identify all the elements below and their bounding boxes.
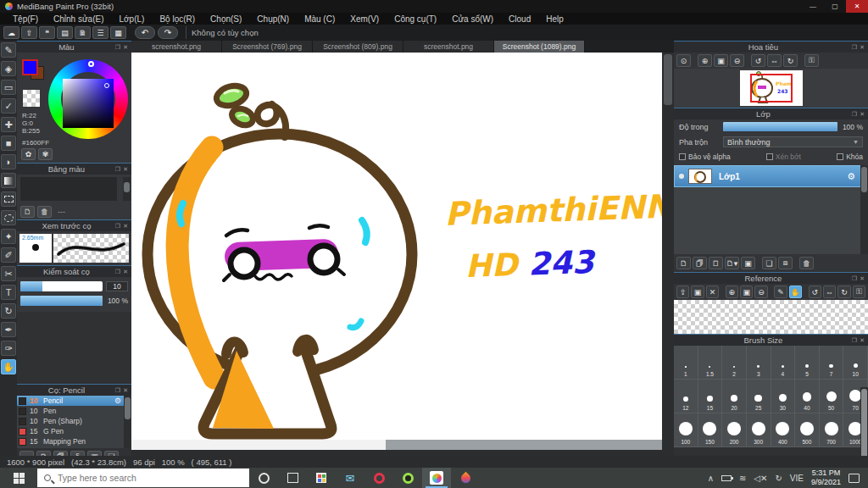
menu-item[interactable]: Tệp(F) [5, 14, 46, 24]
magic-wand-tool[interactable]: ✦ [1, 229, 16, 244]
rotate-left-icon[interactable]: ↺ [809, 286, 821, 298]
layer-visibility-icon[interactable] [679, 174, 684, 179]
lock-icon[interactable]: ⚿ [853, 286, 865, 298]
zoom-out-icon[interactable]: ⊖ [730, 54, 744, 67]
navigator-preview[interactable]: Pham 243 [674, 69, 868, 108]
menu-item[interactable]: Chọn(S) [203, 14, 249, 24]
paint-app-button[interactable] [451, 468, 480, 488]
blend-mode-dropdown[interactable]: Bình thường ▼ [723, 136, 863, 147]
hand-icon[interactable]: ✋ [789, 286, 802, 298]
popout-icon[interactable]: ❐ [115, 44, 120, 51]
eyedropper-tool[interactable]: ✑ [1, 341, 16, 356]
taskbar-search[interactable] [37, 469, 249, 487]
menu-item[interactable]: Chụp(N) [249, 14, 297, 24]
transparent-color-swatch[interactable] [23, 90, 40, 107]
menu-item[interactable]: Bộ lọc(R) [152, 14, 203, 24]
brush-size-cell[interactable]: 2 [722, 346, 747, 380]
flip-icon[interactable]: ⇔ [767, 54, 782, 67]
select-rect-tool[interactable] [1, 191, 16, 207]
palette-mode-button[interactable]: ✿ [21, 148, 36, 160]
clear-image-icon[interactable]: ✕ [706, 286, 719, 298]
wifi-icon[interactable]: ≋ [739, 474, 746, 483]
lock-checkbox[interactable]: Khóa [837, 152, 863, 161]
brush-size-cell[interactable]: 12 [674, 380, 698, 413]
brush-size-cell[interactable]: 15 [698, 380, 723, 413]
add-1bit-layer-button[interactable]: 🗌 [709, 257, 723, 269]
close-button[interactable]: ✕ [846, 0, 868, 13]
zoom-tool-icon[interactable]: ⊙ [676, 54, 691, 67]
brush-size-cell[interactable]: 50 [820, 380, 844, 413]
brush-row[interactable]: 10Pen (Sharp) [17, 416, 131, 426]
brush-size-cell[interactable]: 1.5 [698, 346, 723, 380]
redo-button[interactable]: ↷ [158, 26, 178, 39]
upload-image-icon[interactable]: ⇪ [676, 286, 689, 298]
document-tab[interactable]: screenshot.png [131, 41, 222, 53]
document-tab[interactable]: Screenshot (1089).png [494, 41, 585, 53]
add-swatch-button[interactable]: 🗋 [20, 206, 35, 218]
zoom-in-icon[interactable]: ⊕ [698, 54, 712, 67]
rectangle-tool[interactable]: ▭ [1, 80, 16, 95]
brush-size-cell[interactable]: 150 [698, 413, 723, 447]
rotate-right-icon[interactable]: ↻ [783, 54, 798, 67]
brush-size-value[interactable]: 10 [106, 281, 128, 291]
protect-alpha-checkbox[interactable]: Bảo vệ alpha [679, 152, 731, 161]
comment-bubble-icon[interactable]: ❝ [39, 26, 55, 39]
menu-item[interactable]: Xem(V) [342, 14, 387, 24]
minimize-button[interactable]: — [802, 0, 824, 13]
layer-opacity-slider[interactable] [723, 122, 837, 131]
add-8bit-layer-button[interactable]: 🗍 [693, 257, 707, 269]
document-tab[interactable]: screenshot.png [403, 41, 494, 53]
search-input[interactable] [58, 473, 227, 483]
shape-fill-tool[interactable]: ■ [1, 136, 16, 151]
popout-icon[interactable]: ❐ [115, 387, 120, 394]
delete-layer-button[interactable]: 🗑 [799, 257, 814, 269]
palette-swatches-area[interactable] [20, 177, 117, 201]
duplicate-layer-button[interactable]: ❏ [762, 257, 776, 269]
move-tool[interactable]: ✚ [1, 117, 16, 132]
rotate-left-icon[interactable]: ↺ [751, 54, 765, 67]
clock[interactable]: 5:31 PM 9/9/2021 [811, 469, 841, 487]
palette-scrollbar[interactable] [123, 177, 131, 201]
medibang-button[interactable] [422, 468, 451, 488]
lock-icon[interactable]: ⚿ [804, 54, 819, 67]
update-icon[interactable]: ↻ [775, 474, 782, 483]
canvas-vertical-scrollbar[interactable] [662, 53, 674, 456]
undo-button[interactable]: ↶ [135, 26, 155, 39]
open-folder-icon[interactable]: ▣ [691, 286, 704, 298]
document-tab[interactable]: Screenshot (809).png [313, 41, 403, 53]
layer-settings-gear-icon[interactable]: ⚙ [847, 171, 855, 182]
brush-size-cell[interactable]: 200 [722, 413, 747, 447]
select-eraser-tool[interactable]: ✂ [1, 266, 16, 281]
hue-marker-icon[interactable] [88, 61, 94, 67]
cloud-icon[interactable]: ☁ [3, 26, 19, 39]
mail-button[interactable]: ✉ [336, 468, 364, 488]
brush-size-cell[interactable]: 100 [674, 413, 698, 447]
brush-size-slider[interactable] [20, 281, 103, 291]
language-indicator[interactable]: VIE [790, 474, 804, 483]
document-tab[interactable]: Screenshot (769).png [222, 41, 313, 53]
brush-row[interactable]: 15G Pen [17, 426, 131, 436]
fit-window-icon[interactable]: ▣ [740, 286, 753, 298]
menu-item[interactable]: Help [538, 14, 571, 24]
cortana-button[interactable] [249, 468, 278, 488]
brush-settings-gear-icon[interactable]: ⚙ [114, 396, 121, 405]
close-icon[interactable]: ✕ [860, 44, 865, 51]
menu-item[interactable]: Cloud [501, 14, 538, 24]
brush-size-cell[interactable]: 40 [795, 380, 820, 413]
brush-size-cell[interactable]: 1 [674, 346, 698, 380]
canvas-horizontal-scrollbar[interactable] [131, 440, 662, 450]
notification-center-icon[interactable] [849, 474, 860, 483]
navigator-view-rect[interactable] [750, 74, 793, 103]
settings-list-icon[interactable]: ☰ [92, 26, 108, 39]
layer-scrollbar[interactable] [860, 165, 868, 254]
polyline-tool[interactable]: ✓ [1, 98, 16, 114]
bucket-tool[interactable]: ◗ [1, 154, 16, 169]
hand-tool[interactable]: ✋ [1, 359, 16, 374]
menu-item[interactable]: Chỉnh sửa(E) [46, 14, 112, 24]
opera-gx-button[interactable] [393, 468, 422, 488]
canvas[interactable]: PhamthiENN HD 243 [131, 53, 662, 440]
brush-size-cell[interactable]: 400 [771, 413, 796, 447]
brush-list-scrollbar[interactable] [124, 396, 131, 448]
lasso-tool[interactable] [1, 210, 16, 225]
close-icon[interactable]: ✕ [123, 166, 128, 173]
